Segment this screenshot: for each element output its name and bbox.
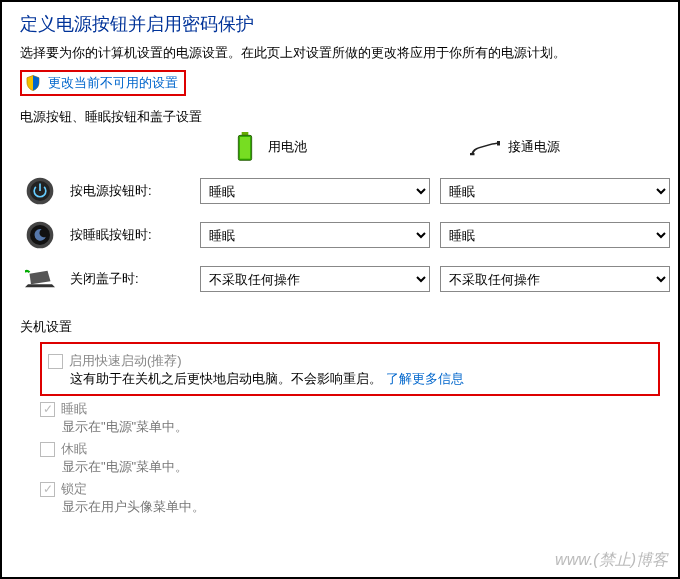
lock-checkbox[interactable]: ✓ bbox=[40, 482, 55, 497]
sleep-checkbox-label: 睡眠 bbox=[61, 400, 87, 418]
lid-close-label: 关闭盖子时: bbox=[70, 270, 190, 288]
fast-startup-checkbox[interactable] bbox=[48, 354, 63, 369]
change-unavailable-settings-link[interactable]: 更改当前不可用的设置 bbox=[20, 70, 186, 96]
svg-rect-3 bbox=[470, 153, 475, 155]
learn-more-link[interactable]: 了解更多信息 bbox=[386, 371, 464, 386]
hibernate-checkbox-label: 休眠 bbox=[61, 440, 87, 458]
lid-close-plugged-select[interactable]: 不采取任何操作 bbox=[440, 266, 670, 292]
power-button-label: 按电源按钮时: bbox=[70, 182, 190, 200]
svg-rect-2 bbox=[240, 137, 250, 159]
page-subtitle: 选择要为你的计算机设置的电源设置。在此页上对设置所做的更改将应用于你所有的电源计… bbox=[20, 44, 660, 62]
column-plugged-header: 接通电源 bbox=[440, 132, 670, 162]
shield-icon bbox=[24, 74, 42, 92]
column-battery-header: 用电池 bbox=[200, 132, 430, 162]
svg-marker-9 bbox=[30, 271, 51, 285]
sleep-button-icon bbox=[20, 220, 60, 250]
lock-checkbox-label: 锁定 bbox=[61, 480, 87, 498]
fast-startup-highlight: 启用快速启动(推荐) 这有助于在关机之后更快地启动电脑。不会影响重启。 了解更多… bbox=[40, 342, 660, 396]
sleep-checkbox-desc: 显示在"电源"菜单中。 bbox=[40, 418, 660, 436]
sleep-button-label: 按睡眠按钮时: bbox=[70, 226, 190, 244]
svg-marker-8 bbox=[25, 284, 55, 287]
change-unavailable-settings-label: 更改当前不可用的设置 bbox=[48, 74, 178, 92]
hibernate-checkbox-desc: 显示在"电源"菜单中。 bbox=[40, 458, 660, 476]
power-button-battery-select[interactable]: 睡眠 bbox=[200, 178, 430, 204]
fast-startup-label: 启用快速启动(推荐) bbox=[69, 352, 182, 370]
svg-rect-0 bbox=[242, 132, 249, 135]
shutdown-settings-title: 关机设置 bbox=[20, 318, 660, 336]
hibernate-checkbox[interactable] bbox=[40, 442, 55, 457]
sleep-button-plugged-select[interactable]: 睡眠 bbox=[440, 222, 670, 248]
sleep-button-battery-select[interactable]: 睡眠 bbox=[200, 222, 430, 248]
battery-icon bbox=[230, 132, 260, 162]
sleep-checkbox[interactable]: ✓ bbox=[40, 402, 55, 417]
plug-icon bbox=[470, 132, 500, 162]
lid-close-icon bbox=[20, 264, 60, 294]
lid-close-battery-select[interactable]: 不采取任何操作 bbox=[200, 266, 430, 292]
watermark: www.(禁止)博客 bbox=[555, 550, 668, 571]
power-button-plugged-select[interactable]: 睡眠 bbox=[440, 178, 670, 204]
power-button-icon bbox=[20, 176, 60, 206]
power-button-section-title: 电源按钮、睡眠按钮和盖子设置 bbox=[20, 108, 660, 126]
page-title: 定义电源按钮并启用密码保护 bbox=[20, 12, 660, 36]
fast-startup-desc: 这有助于在关机之后更快地启动电脑。不会影响重启。 bbox=[70, 371, 382, 386]
lock-checkbox-desc: 显示在用户头像菜单中。 bbox=[40, 498, 660, 516]
